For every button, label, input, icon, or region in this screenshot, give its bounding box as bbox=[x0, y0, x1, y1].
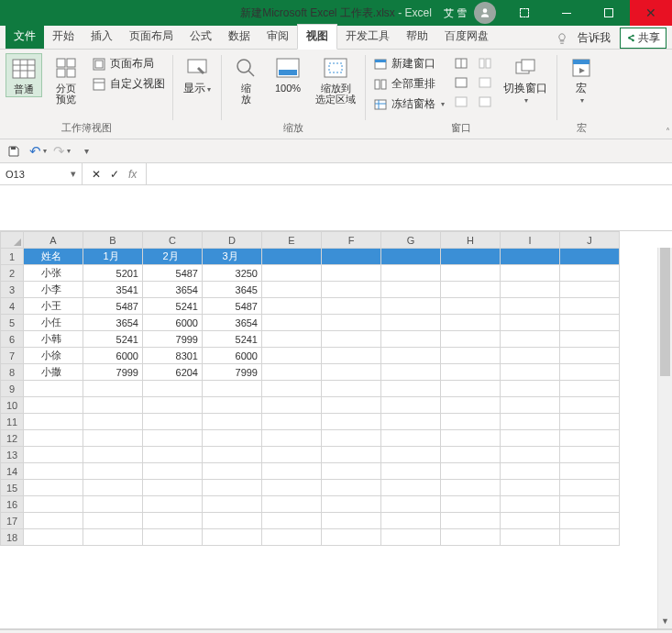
freeze-panes-button[interactable]: 冻结窗格▾ bbox=[371, 95, 446, 113]
ribbon-options-button[interactable] bbox=[503, 0, 545, 26]
cell[interactable] bbox=[322, 397, 381, 414]
tab-formulas[interactable]: 公式 bbox=[182, 25, 220, 49]
cell[interactable]: 3541 bbox=[83, 282, 143, 298]
cell[interactable]: 小徐 bbox=[24, 348, 83, 364]
row-header[interactable]: 17 bbox=[1, 513, 24, 529]
cell[interactable] bbox=[381, 298, 441, 315]
undo-button[interactable]: ↶▾ bbox=[29, 143, 46, 160]
cell[interactable]: 6000 bbox=[143, 315, 203, 331]
tab-insert[interactable]: 插入 bbox=[83, 25, 121, 49]
cell[interactable] bbox=[322, 331, 381, 348]
cell[interactable]: 6000 bbox=[203, 348, 262, 364]
cell[interactable]: 7999 bbox=[203, 364, 262, 381]
cell[interactable] bbox=[24, 447, 83, 463]
cell[interactable] bbox=[381, 447, 441, 463]
cell[interactable] bbox=[24, 496, 83, 513]
cell[interactable] bbox=[501, 463, 560, 480]
cell[interactable] bbox=[203, 529, 262, 546]
column-header[interactable]: E bbox=[262, 232, 322, 249]
tab-help[interactable]: 帮助 bbox=[398, 25, 436, 49]
page-layout-button[interactable]: 页面布局 bbox=[90, 55, 167, 72]
cell[interactable] bbox=[441, 249, 501, 265]
cell[interactable] bbox=[24, 397, 83, 414]
cell[interactable] bbox=[24, 480, 83, 496]
cell[interactable] bbox=[262, 513, 322, 529]
cell[interactable]: 3654 bbox=[83, 315, 143, 331]
view-side-button[interactable] bbox=[476, 55, 494, 72]
cell[interactable]: 3月 bbox=[203, 249, 262, 265]
cell[interactable] bbox=[143, 513, 203, 529]
cell[interactable] bbox=[262, 315, 322, 331]
cell[interactable]: 3654 bbox=[143, 282, 203, 298]
cell[interactable]: 7999 bbox=[83, 364, 143, 381]
cell[interactable] bbox=[501, 265, 560, 282]
cell[interactable] bbox=[381, 496, 441, 513]
enter-icon[interactable]: ✓ bbox=[110, 168, 119, 181]
row-header[interactable]: 16 bbox=[1, 496, 24, 513]
cell[interactable] bbox=[24, 513, 83, 529]
cell[interactable] bbox=[441, 529, 501, 546]
cell[interactable] bbox=[501, 348, 560, 364]
tab-view[interactable]: 视图 bbox=[297, 24, 337, 50]
cell[interactable] bbox=[560, 315, 620, 331]
cell[interactable] bbox=[322, 364, 381, 381]
switch-window-button[interactable]: 切换窗口▾ bbox=[500, 53, 551, 108]
arrange-all-button[interactable]: 全部重排 bbox=[371, 75, 446, 93]
tab-file[interactable]: 文件 bbox=[6, 25, 44, 49]
cell[interactable] bbox=[262, 331, 322, 348]
cell[interactable] bbox=[262, 480, 322, 496]
row-header[interactable]: 3 bbox=[1, 282, 24, 298]
cell[interactable] bbox=[203, 496, 262, 513]
cell[interactable]: 6000 bbox=[83, 348, 143, 364]
cell[interactable]: 小李 bbox=[24, 282, 83, 298]
cell[interactable] bbox=[322, 265, 381, 282]
cell[interactable] bbox=[441, 381, 501, 397]
cell[interactable]: 3645 bbox=[203, 282, 262, 298]
cell[interactable] bbox=[24, 529, 83, 546]
cell[interactable] bbox=[501, 381, 560, 397]
cell[interactable] bbox=[203, 414, 262, 430]
qat-customize[interactable]: ▾ bbox=[77, 143, 94, 160]
cell[interactable] bbox=[501, 364, 560, 381]
tab-baidu[interactable]: 百度网盘 bbox=[436, 25, 497, 49]
cell[interactable] bbox=[322, 381, 381, 397]
cell[interactable]: 小撒 bbox=[24, 364, 83, 381]
cell[interactable] bbox=[560, 282, 620, 298]
cell[interactable] bbox=[501, 430, 560, 447]
cell[interactable]: 5487 bbox=[203, 298, 262, 315]
cell[interactable] bbox=[262, 348, 322, 364]
cell[interactable] bbox=[381, 397, 441, 414]
cell[interactable] bbox=[381, 265, 441, 282]
cell[interactable]: 8301 bbox=[143, 348, 203, 364]
cell[interactable] bbox=[83, 447, 143, 463]
macro-button[interactable]: 宏▾ bbox=[563, 53, 600, 108]
formula-input[interactable] bbox=[146, 163, 672, 184]
row-header[interactable]: 14 bbox=[1, 463, 24, 480]
cell[interactable] bbox=[143, 397, 203, 414]
cell[interactable] bbox=[24, 430, 83, 447]
cell[interactable] bbox=[441, 282, 501, 298]
cell[interactable] bbox=[262, 447, 322, 463]
cell[interactable] bbox=[381, 480, 441, 496]
lightbulb-icon[interactable] bbox=[556, 32, 568, 45]
collapse-ribbon-button[interactable]: ˄ bbox=[666, 127, 670, 137]
cell[interactable] bbox=[83, 480, 143, 496]
cell[interactable] bbox=[381, 364, 441, 381]
cell[interactable] bbox=[441, 414, 501, 430]
cell[interactable] bbox=[501, 282, 560, 298]
row-header[interactable]: 11 bbox=[1, 414, 24, 430]
cell[interactable] bbox=[203, 381, 262, 397]
cell[interactable] bbox=[262, 364, 322, 381]
column-header[interactable]: C bbox=[143, 232, 203, 249]
cell[interactable]: 小任 bbox=[24, 315, 83, 331]
row-header[interactable]: 9 bbox=[1, 381, 24, 397]
cell[interactable] bbox=[441, 315, 501, 331]
cell[interactable] bbox=[322, 496, 381, 513]
cell[interactable]: 小王 bbox=[24, 298, 83, 315]
zoom-to-selection-button[interactable]: 缩放到 选定区域 bbox=[312, 53, 359, 106]
cell[interactable] bbox=[381, 315, 441, 331]
vertical-scrollbar[interactable]: ▲ ▼ bbox=[657, 248, 672, 628]
cell[interactable] bbox=[441, 496, 501, 513]
cell[interactable] bbox=[560, 298, 620, 315]
row-header[interactable]: 2 bbox=[1, 265, 24, 282]
